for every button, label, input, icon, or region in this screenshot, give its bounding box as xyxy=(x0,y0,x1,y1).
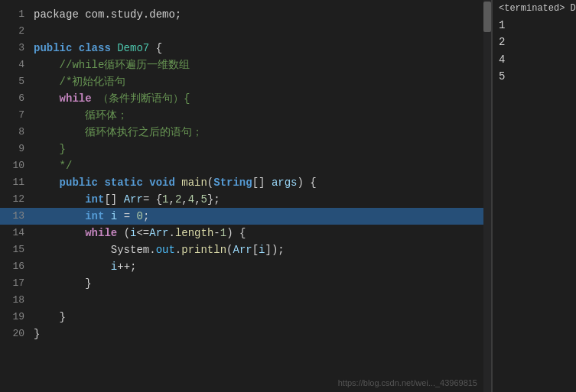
scrollbar-thumb[interactable] xyxy=(483,2,491,32)
code-line-7: 7 循环体； xyxy=(0,107,491,124)
code-line-5: 5 /*初始化语句 xyxy=(0,73,491,90)
output-header: <terminated> D xyxy=(499,3,570,14)
code-line-10: 10 */ xyxy=(0,157,491,174)
code-line-17: 17 } xyxy=(0,275,491,292)
code-line-3: 3 public class Demo7 { xyxy=(0,40,491,57)
scrollbar-track[interactable] xyxy=(483,0,491,392)
code-line-8: 8 循环体执行之后的语句； xyxy=(0,124,491,141)
code-line-4: 4 //while循环遍历一维数组 xyxy=(0,57,491,73)
code-line-13: 13 int i = 0; xyxy=(0,208,491,225)
code-line-2: 2 xyxy=(0,23,491,40)
output-line-4: 5 xyxy=(499,68,570,85)
code-line-18: 18 xyxy=(0,292,491,309)
editor-pane[interactable]: 1 package com.study.demo; 2 3 public cla… xyxy=(0,0,492,392)
code-line-6: 6 while （条件判断语句）{ xyxy=(0,90,491,107)
code-line-14: 14 while (i<=Arr.length-1) { xyxy=(0,225,491,241)
output-line-3: 4 xyxy=(499,51,570,68)
code-line-15: 15 System.out.println(Arr[i]); xyxy=(0,241,491,258)
watermark: https://blog.csdn.net/wei..._43969815 xyxy=(338,378,477,387)
code-area: 1 package com.study.demo; 2 3 public cla… xyxy=(0,6,491,342)
code-line-12: 12 int[] Arr= {1,2,4,5}; xyxy=(0,191,491,208)
code-line-16: 16 i++; xyxy=(0,258,491,275)
output-line-2: 2 xyxy=(499,34,570,50)
code-line-1: 1 package com.study.demo; xyxy=(0,6,491,23)
code-line-20: 20 } xyxy=(0,326,491,342)
code-line-11: 11 public static void main(String[] args… xyxy=(0,174,491,191)
output-line-1: 1 xyxy=(499,17,570,34)
output-pane: <terminated> D 1 2 4 5 xyxy=(492,0,576,392)
code-line-9: 9 } xyxy=(0,141,491,157)
code-line-19: 19 } xyxy=(0,309,491,326)
